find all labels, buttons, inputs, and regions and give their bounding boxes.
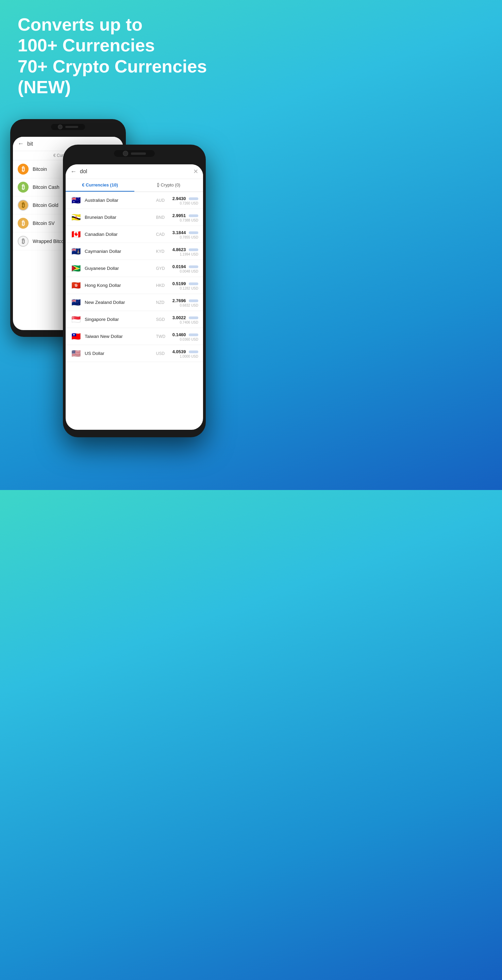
- rate-block: 0.0194 0.0048 USD: [172, 263, 198, 273]
- phone2-back-arrow[interactable]: ←: [70, 168, 76, 175]
- rate-bar: [189, 197, 198, 200]
- usd-value: 0.7388 USD: [172, 218, 198, 222]
- crypto-name-btg: Bitcoin Gold: [33, 202, 58, 208]
- bsv-icon: ₿: [18, 218, 29, 229]
- headline-line3: 70+ Crypto Currencies (NEW): [18, 56, 207, 97]
- flag-icon: 🇺🇸: [70, 350, 81, 357]
- phone1-notch: [51, 124, 85, 130]
- usd-value: 0.1282 USD: [172, 286, 198, 290]
- rate-block: 4.0539 1.0000 USD: [172, 348, 198, 358]
- phone1-camera: [58, 124, 63, 129]
- currency-name: New Zealand Dollar: [85, 300, 156, 305]
- rate-value: 2.9430: [172, 196, 186, 201]
- currency-code: TWD: [156, 334, 168, 339]
- currency-code: KYD: [156, 249, 168, 254]
- usd-value: 0.6832 USD: [172, 304, 198, 307]
- phone2-notch: [114, 150, 155, 157]
- list-item[interactable]: 🇧🇳 Bruneian Dollar BND 2.9951 0.7388 USD: [66, 209, 203, 226]
- rate-value: 0.1460: [172, 332, 186, 337]
- rate-block: 2.9430 0.7260 USD: [172, 195, 198, 205]
- rate-block: 0.1460 0.0360 USD: [172, 331, 198, 341]
- list-item[interactable]: 🇰🇾 Caymanian Dollar KYD 4.8623 1.1994 US…: [66, 243, 203, 260]
- rate-value: 4.8623: [172, 247, 186, 252]
- flag-icon: 🇬🇾: [70, 265, 81, 272]
- rate-block: 2.7696 0.6832 USD: [172, 298, 198, 307]
- flag-icon: 🇭🇰: [70, 282, 81, 289]
- currency-name: Taiwan New Dollar: [85, 334, 156, 339]
- flag-icon: 🇧🇳: [70, 214, 81, 221]
- currency-code: HKD: [156, 283, 168, 288]
- tab-crypto[interactable]: ₿ Crypto (0): [134, 179, 203, 192]
- usd-value: 0.0360 USD: [172, 337, 198, 341]
- currency-name: Australian Dollar: [85, 198, 156, 203]
- crypto-name-wbtc: Wrapped Bitcoin: [33, 239, 67, 244]
- flag-icon: 🇹🇼: [70, 333, 81, 340]
- currency-code: GYD: [156, 266, 168, 271]
- rate-bar: [189, 215, 198, 217]
- rate-value: 2.9951: [172, 213, 186, 218]
- flag-icon: 🇸🇬: [70, 316, 81, 323]
- rate-block: 2.9951 0.7388 USD: [172, 212, 198, 222]
- rate-bar: [189, 248, 198, 251]
- btc-icon: ₿: [18, 164, 29, 175]
- flag-icon: 🇳🇿: [70, 299, 81, 306]
- list-item[interactable]: 🇨🇦 Canadian Dollar CAD 3.1844 0.7855 USD: [66, 226, 203, 243]
- usd-value: 0.7406 USD: [172, 321, 198, 324]
- usd-value: 0.7855 USD: [172, 235, 198, 239]
- phone2-camera: [123, 151, 128, 156]
- currency-name: Bruneian Dollar: [85, 215, 156, 220]
- phone2-clear-button[interactable]: ✕: [193, 168, 198, 175]
- tab-currencies[interactable]: € Currencies (10): [66, 179, 134, 192]
- currency-code: SGD: [156, 317, 168, 322]
- currency-name: Hong Kong Dollar: [85, 283, 156, 288]
- rate-bar: [189, 350, 198, 353]
- list-item[interactable]: 🇸🇬 Singapore Dollar SGD 3.0022 0.7406 US…: [66, 311, 203, 328]
- rate-bar: [189, 266, 198, 268]
- currency-code: NZD: [156, 300, 168, 305]
- rate-bar: [189, 317, 198, 319]
- rate-value: 3.1844: [172, 230, 186, 235]
- crypto-name-bitcoin: Bitcoin: [33, 166, 47, 172]
- btg-icon: ₿: [18, 200, 29, 211]
- rate-value: 4.0539: [172, 349, 186, 354]
- list-item[interactable]: 🇹🇼 Taiwan New Dollar TWD 0.1460 0.0360 U…: [66, 328, 203, 345]
- flag-icon: 🇰🇾: [70, 248, 81, 255]
- bch-icon: ₿: [18, 182, 29, 192]
- currency-name: Singapore Dollar: [85, 317, 156, 322]
- phone2-speaker: [131, 153, 146, 155]
- list-item[interactable]: 🇭🇰 Hong Kong Dollar HKD 0.5199 0.1282 US…: [66, 277, 203, 294]
- phone2-tabs: € Currencies (10) ₿ Crypto (0): [66, 179, 203, 192]
- rate-value: 0.0194: [172, 264, 186, 269]
- usd-value: 0.7260 USD: [172, 202, 198, 205]
- rate-block: 0.5199 0.1282 USD: [172, 280, 198, 290]
- currency-name: Guyanese Dollar: [85, 266, 156, 271]
- currency-code: BND: [156, 215, 168, 220]
- currency-name: Canadian Dollar: [85, 232, 156, 237]
- usd-value: 1.1994 USD: [172, 253, 198, 256]
- headline-line2: 100+ Currencies: [18, 35, 155, 55]
- phone2-screen: ← ✕ € Currencies (10) ₿ Crypto (0) 🇦🇺 Au…: [66, 164, 203, 430]
- phone2-search-bar: ← ✕: [66, 164, 203, 179]
- list-item[interactable]: 🇬🇾 Guyanese Dollar GYD 0.0194 0.0048 USD: [66, 260, 203, 277]
- phones-area: ← € Currencies (0) ₿ Bitcoin ₿ Bitcoin C…: [0, 109, 251, 490]
- phone2-device: ← ✕ € Currencies (10) ₿ Crypto (0) 🇦🇺 Au…: [63, 145, 206, 437]
- list-item[interactable]: 🇺🇸 US Dollar USD 4.0539 1.0000 USD: [66, 345, 203, 362]
- wbtc-icon: ₿: [18, 236, 29, 247]
- usd-value: 0.0048 USD: [172, 269, 198, 273]
- currency-name: Caymanian Dollar: [85, 249, 156, 254]
- phone1-speaker: [65, 126, 78, 128]
- currency-name: US Dollar: [85, 351, 156, 356]
- list-item[interactable]: 🇳🇿 New Zealand Dollar NZD 2.7696 0.6832 …: [66, 294, 203, 311]
- rate-bar: [189, 299, 198, 302]
- rate-bar: [189, 231, 198, 234]
- rate-bar: [189, 334, 198, 336]
- phone2-search-input[interactable]: [80, 169, 191, 175]
- currency-code: USD: [156, 351, 168, 356]
- currency-code: AUD: [156, 198, 168, 203]
- headline-line1: Converts up to: [18, 14, 143, 34]
- list-item[interactable]: 🇦🇺 Australian Dollar AUD 2.9430 0.7260 U…: [66, 192, 203, 209]
- rate-block: 3.0022 0.7406 USD: [172, 314, 198, 324]
- rate-value: 0.5199: [172, 281, 186, 286]
- flag-icon: 🇨🇦: [70, 231, 81, 238]
- phone1-back-arrow[interactable]: ←: [18, 140, 24, 147]
